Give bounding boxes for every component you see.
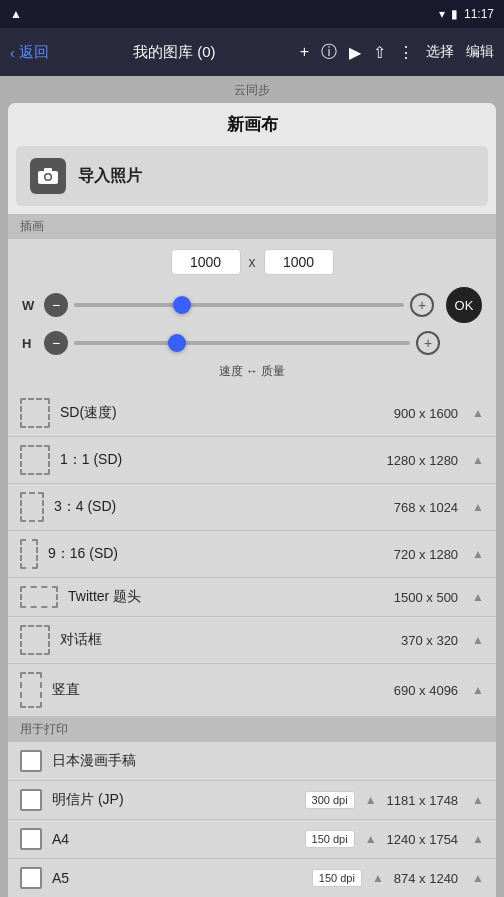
preset-icon-9-16 [20,539,38,569]
height-decrease-button[interactable]: − [44,331,68,355]
print-section-header: 用于打印 [8,717,496,742]
a5-name: A5 [52,870,302,886]
import-section[interactable]: 导入照片 [16,146,488,206]
a5-size: 874 x 1240 [394,871,458,886]
a5-checkbox[interactable] [20,867,42,889]
select-button[interactable]: 选择 [426,43,454,61]
preset-3-4-sd[interactable]: 3：4 (SD) 768 x 1024 ▲ [8,484,496,531]
print-item-a4[interactable]: A4 150 dpi ▲ 1240 x 1754 ▲ [8,820,496,859]
print-items-section: 日本漫画手稿 明信片 (JP) 300 dpi ▲ 1181 x 1748 ▲ … [8,742,496,897]
preset-arrow-9-16: ▲ [472,547,484,561]
preset-twitter[interactable]: Twitter 题头 1500 x 500 ▲ [8,578,496,617]
preset-name-vertical: 竖直 [52,681,384,699]
a5-arrow: ▲ [472,871,484,885]
preset-icon-twitter [20,586,58,608]
back-button[interactable]: ‹ 返回 [10,43,49,62]
width-input[interactable]: 1000 [171,249,241,275]
height-slider-thumb[interactable] [168,334,186,352]
back-label: 返回 [19,43,49,62]
a4-checkbox[interactable] [20,828,42,850]
a4-size: 1240 x 1754 [387,832,459,847]
play-icon[interactable]: ▶ [349,43,361,62]
more-icon[interactable]: ⋮ [398,43,414,62]
preset-icon-vertical [20,672,42,708]
height-increase-button[interactable]: + [416,331,440,355]
preset-size-3-4: 768 x 1024 [394,500,458,515]
canvas-controls: 1000 x 1000 W − + OK H − + [8,239,496,390]
preset-name-twitter: Twitter 题头 [68,588,384,606]
cloud-sync-label: 云同步 [8,82,496,99]
status-right: ▾ ▮ 11:17 [439,7,494,21]
new-canvas-dialog: 新画布 导入照片 插画 1000 x 1000 [8,103,496,897]
a5-dpi-arrow[interactable]: ▲ [372,871,384,885]
width-decrease-button[interactable]: − [44,293,68,317]
nav-title: 我的图库 (0) [59,43,290,62]
presets-section: SD(速度) 900 x 1600 ▲ 1：1 (SD) 1280 x 1280… [8,390,496,717]
height-input[interactable]: 1000 [264,249,334,275]
camera-icon [30,158,66,194]
a4-dpi: 150 dpi [305,830,355,848]
wifi-icon: ▾ [439,7,445,21]
preset-9-16-sd[interactable]: 9：16 (SD) 720 x 1280 ▲ [8,531,496,578]
preset-icon-dialog [20,625,50,655]
main-content: 云同步 新画布 导入照片 插画 1000 x 1000 [0,76,504,897]
svg-rect-3 [44,168,52,172]
a4-dpi-row: 150 dpi ▲ [305,830,377,848]
height-slider-row: H − + [22,331,482,355]
manga-checkbox[interactable] [20,750,42,772]
preset-sd[interactable]: SD(速度) 900 x 1600 ▲ [8,390,496,437]
size-display: 1000 x 1000 [22,249,482,275]
height-slider[interactable] [74,341,410,345]
preset-size-dialog: 370 x 320 [401,633,458,648]
top-nav: ‹ 返回 我的图库 (0) + ⓘ ▶ ⇧ ⋮ 选择 编辑 [0,28,504,76]
status-bar: ▲ ▾ ▮ 11:17 [0,0,504,28]
preset-name-dialog: 对话框 [60,631,391,649]
preset-name-9-16: 9：16 (SD) [48,545,384,563]
postcard-size: 1181 x 1748 [387,793,459,808]
width-label: W [22,298,38,313]
ok-button[interactable]: OK [446,287,482,323]
info-icon[interactable]: ⓘ [321,42,337,63]
preset-arrow-twitter: ▲ [472,590,484,604]
width-increase-button[interactable]: + [410,293,434,317]
preset-name-3-4: 3：4 (SD) [54,498,384,516]
svg-point-2 [46,175,51,180]
width-slider-thumb[interactable] [173,296,191,314]
preset-arrow-sd: ▲ [472,406,484,420]
canvas-section-header: 插画 [8,214,496,239]
print-item-manga[interactable]: 日本漫画手稿 [8,742,496,781]
preset-icon-sd [20,398,50,428]
preset-icon-1-1 [20,445,50,475]
print-item-postcard[interactable]: 明信片 (JP) 300 dpi ▲ 1181 x 1748 ▲ [8,781,496,820]
size-separator: x [249,254,256,270]
preset-vertical[interactable]: 竖直 690 x 4096 ▲ [8,664,496,717]
preset-dialog[interactable]: 对话框 370 x 320 ▲ [8,617,496,664]
preset-size-9-16: 720 x 1280 [394,547,458,562]
preset-arrow-3-4: ▲ [472,500,484,514]
speed-quality-label: 速度 ↔ 质量 [22,363,482,380]
manga-name: 日本漫画手稿 [52,752,484,770]
preset-arrow-vertical: ▲ [472,683,484,697]
preset-size-vertical: 690 x 4096 [394,683,458,698]
edit-button[interactable]: 编辑 [466,43,494,61]
share-icon[interactable]: ⇧ [373,43,386,62]
height-label: H [22,336,38,351]
preset-icon-3-4 [20,492,44,522]
print-item-a5[interactable]: A5 150 dpi ▲ 874 x 1240 ▲ [8,859,496,897]
preset-arrow-dialog: ▲ [472,633,484,647]
a5-dpi-row: 150 dpi ▲ [312,869,384,887]
battery-icon: ▮ [451,7,458,21]
postcard-dpi-arrow[interactable]: ▲ [365,793,377,807]
signal-icon: ▲ [10,7,22,21]
postcard-arrow: ▲ [472,793,484,807]
width-slider-row: W − + OK [22,287,482,323]
nav-icons: + ⓘ ▶ ⇧ ⋮ 选择 编辑 [300,42,494,63]
a4-dpi-arrow[interactable]: ▲ [365,832,377,846]
width-slider[interactable] [74,303,404,307]
postcard-checkbox[interactable] [20,789,42,811]
preset-1-1-sd[interactable]: 1：1 (SD) 1280 x 1280 ▲ [8,437,496,484]
back-chevron-icon: ‹ [10,44,15,61]
add-icon[interactable]: + [300,43,309,61]
postcard-dpi-row: 300 dpi ▲ [305,791,377,809]
preset-size-sd: 900 x 1600 [394,406,458,421]
